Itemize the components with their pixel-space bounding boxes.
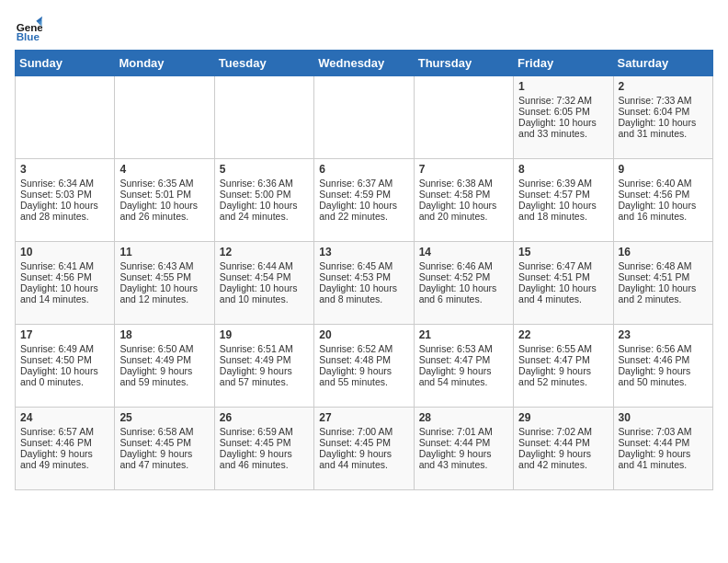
weekday-header-tuesday: Tuesday bbox=[214, 51, 313, 76]
calendar-cell bbox=[16, 76, 115, 159]
day-number: 9 bbox=[619, 163, 708, 176]
daylight-text: Daylight: 9 hours and 52 minutes. bbox=[518, 365, 591, 387]
sunrise-text: Sunrise: 6:41 AM bbox=[20, 260, 94, 271]
daylight-text: Daylight: 9 hours and 46 minutes. bbox=[220, 448, 292, 470]
calendar-cell: 2 Sunrise: 7:33 AM Sunset: 6:04 PM Dayli… bbox=[613, 76, 712, 159]
sunset-text: Sunset: 4:49 PM bbox=[220, 354, 291, 365]
daylight-text: Daylight: 10 hours and 8 minutes. bbox=[319, 282, 397, 304]
calendar-cell: 29 Sunrise: 7:02 AM Sunset: 4:44 PM Dayl… bbox=[514, 408, 613, 490]
daylight-text: Daylight: 10 hours and 12 minutes. bbox=[119, 282, 198, 304]
calendar-week-row: 10 Sunrise: 6:41 AM Sunset: 4:56 PM Dayl… bbox=[16, 242, 713, 325]
calendar-cell bbox=[314, 76, 414, 159]
sunset-text: Sunset: 6:04 PM bbox=[619, 106, 690, 117]
sunset-text: Sunset: 6:05 PM bbox=[518, 106, 590, 117]
weekday-header-friday: Friday bbox=[514, 51, 613, 76]
calendar-cell: 16 Sunrise: 6:48 AM Sunset: 4:51 PM Dayl… bbox=[613, 242, 712, 325]
weekday-header-row: SundayMondayTuesdayWednesdayThursdayFrid… bbox=[16, 51, 713, 76]
calendar-cell: 14 Sunrise: 6:46 AM Sunset: 4:52 PM Dayl… bbox=[414, 242, 513, 325]
daylight-text: Daylight: 9 hours and 44 minutes. bbox=[319, 448, 392, 470]
sunset-text: Sunset: 4:51 PM bbox=[619, 271, 690, 282]
day-number: 5 bbox=[220, 163, 309, 176]
day-number: 22 bbox=[518, 328, 608, 341]
day-number: 21 bbox=[419, 328, 508, 341]
sunrise-text: Sunrise: 6:43 AM bbox=[119, 260, 193, 271]
sunrise-text: Sunrise: 6:35 AM bbox=[119, 178, 193, 189]
page-header: General Blue bbox=[15, 15, 713, 42]
calendar-cell: 24 Sunrise: 6:57 AM Sunset: 4:46 PM Dayl… bbox=[16, 408, 115, 490]
sunset-text: Sunset: 5:00 PM bbox=[220, 189, 291, 200]
day-number: 25 bbox=[119, 411, 209, 424]
daylight-text: Daylight: 10 hours and 26 minutes. bbox=[119, 200, 198, 222]
daylight-text: Daylight: 10 hours and 33 minutes. bbox=[518, 117, 597, 139]
sunrise-text: Sunrise: 7:01 AM bbox=[419, 426, 493, 437]
day-number: 15 bbox=[518, 246, 608, 259]
sunrise-text: Sunrise: 6:55 AM bbox=[518, 343, 592, 354]
weekday-header-monday: Monday bbox=[115, 51, 214, 76]
sunset-text: Sunset: 5:03 PM bbox=[20, 189, 92, 200]
sunset-text: Sunset: 4:48 PM bbox=[319, 354, 391, 365]
sunset-text: Sunset: 4:56 PM bbox=[619, 189, 690, 200]
calendar-week-row: 24 Sunrise: 6:57 AM Sunset: 4:46 PM Dayl… bbox=[16, 408, 713, 490]
weekday-header-sunday: Sunday bbox=[16, 51, 115, 76]
daylight-text: Daylight: 10 hours and 22 minutes. bbox=[319, 200, 397, 222]
calendar-cell: 21 Sunrise: 6:53 AM Sunset: 4:47 PM Dayl… bbox=[414, 325, 513, 408]
calendar-cell bbox=[115, 76, 214, 159]
sunrise-text: Sunrise: 6:57 AM bbox=[20, 426, 94, 437]
sunset-text: Sunset: 4:46 PM bbox=[619, 354, 690, 365]
sunrise-text: Sunrise: 7:33 AM bbox=[619, 95, 692, 106]
sunset-text: Sunset: 4:44 PM bbox=[518, 437, 590, 448]
sunrise-text: Sunrise: 6:38 AM bbox=[419, 178, 493, 189]
daylight-text: Daylight: 10 hours and 24 minutes. bbox=[220, 200, 298, 222]
sunset-text: Sunset: 4:47 PM bbox=[518, 354, 590, 365]
sunset-text: Sunset: 4:45 PM bbox=[319, 437, 391, 448]
daylight-text: Daylight: 10 hours and 4 minutes. bbox=[518, 282, 597, 304]
sunrise-text: Sunrise: 6:59 AM bbox=[220, 426, 293, 437]
calendar-cell: 27 Sunrise: 7:00 AM Sunset: 4:45 PM Dayl… bbox=[314, 408, 414, 490]
sunset-text: Sunset: 4:51 PM bbox=[518, 271, 590, 282]
day-number: 23 bbox=[619, 328, 708, 341]
day-number: 1 bbox=[518, 80, 608, 93]
day-number: 17 bbox=[20, 328, 109, 341]
logo: General Blue bbox=[15, 15, 42, 42]
logo-icon: General Blue bbox=[15, 15, 42, 42]
calendar-cell: 17 Sunrise: 6:49 AM Sunset: 4:50 PM Dayl… bbox=[16, 325, 115, 408]
calendar-cell: 8 Sunrise: 6:39 AM Sunset: 4:57 PM Dayli… bbox=[514, 159, 613, 242]
daylight-text: Daylight: 9 hours and 57 minutes. bbox=[220, 365, 292, 387]
calendar-cell: 6 Sunrise: 6:37 AM Sunset: 4:59 PM Dayli… bbox=[314, 159, 414, 242]
sunrise-text: Sunrise: 7:00 AM bbox=[319, 426, 392, 437]
day-number: 26 bbox=[220, 411, 309, 424]
calendar-cell: 10 Sunrise: 6:41 AM Sunset: 4:56 PM Dayl… bbox=[16, 242, 115, 325]
daylight-text: Daylight: 10 hours and 28 minutes. bbox=[20, 200, 98, 222]
calendar-cell: 18 Sunrise: 6:50 AM Sunset: 4:49 PM Dayl… bbox=[115, 325, 214, 408]
sunrise-text: Sunrise: 7:02 AM bbox=[518, 426, 592, 437]
day-number: 29 bbox=[518, 411, 608, 424]
calendar-cell: 12 Sunrise: 6:44 AM Sunset: 4:54 PM Dayl… bbox=[214, 242, 313, 325]
daylight-text: Daylight: 9 hours and 50 minutes. bbox=[619, 365, 691, 387]
calendar-cell bbox=[414, 76, 513, 159]
daylight-text: Daylight: 10 hours and 0 minutes. bbox=[20, 365, 98, 387]
day-number: 8 bbox=[518, 163, 608, 176]
daylight-text: Daylight: 10 hours and 18 minutes. bbox=[518, 200, 597, 222]
calendar-cell: 30 Sunrise: 7:03 AM Sunset: 4:44 PM Dayl… bbox=[613, 408, 712, 490]
day-number: 10 bbox=[20, 246, 109, 259]
day-number: 27 bbox=[319, 411, 408, 424]
sunset-text: Sunset: 4:45 PM bbox=[220, 437, 291, 448]
sunset-text: Sunset: 4:50 PM bbox=[20, 354, 92, 365]
calendar-week-row: 3 Sunrise: 6:34 AM Sunset: 5:03 PM Dayli… bbox=[16, 159, 713, 242]
day-number: 13 bbox=[319, 246, 408, 259]
calendar-cell: 19 Sunrise: 6:51 AM Sunset: 4:49 PM Dayl… bbox=[214, 325, 313, 408]
calendar-cell: 4 Sunrise: 6:35 AM Sunset: 5:01 PM Dayli… bbox=[115, 159, 214, 242]
day-number: 4 bbox=[119, 163, 209, 176]
weekday-header-wednesday: Wednesday bbox=[314, 51, 414, 76]
calendar-cell: 11 Sunrise: 6:43 AM Sunset: 4:55 PM Dayl… bbox=[115, 242, 214, 325]
sunset-text: Sunset: 4:57 PM bbox=[518, 189, 590, 200]
sunrise-text: Sunrise: 6:40 AM bbox=[619, 178, 692, 189]
sunset-text: Sunset: 4:49 PM bbox=[119, 354, 191, 365]
calendar-cell: 26 Sunrise: 6:59 AM Sunset: 4:45 PM Dayl… bbox=[214, 408, 313, 490]
day-number: 24 bbox=[20, 411, 109, 424]
calendar-cell: 7 Sunrise: 6:38 AM Sunset: 4:58 PM Dayli… bbox=[414, 159, 513, 242]
sunset-text: Sunset: 4:45 PM bbox=[119, 437, 191, 448]
sunrise-text: Sunrise: 6:44 AM bbox=[220, 260, 293, 271]
calendar-cell: 20 Sunrise: 6:52 AM Sunset: 4:48 PM Dayl… bbox=[314, 325, 414, 408]
sunrise-text: Sunrise: 7:03 AM bbox=[619, 426, 692, 437]
